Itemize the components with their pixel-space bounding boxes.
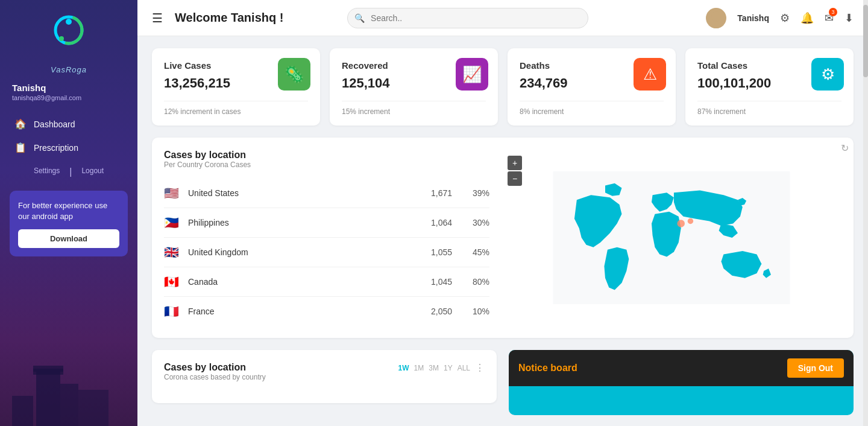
dashboard-icon: 🏠 <box>14 118 27 130</box>
flag-ca: 🇨🇦 <box>164 275 181 289</box>
sidebar: VasRoga Tanishq tanishqa89@gmail.com 🏠 D… <box>0 0 137 426</box>
page-title: Welcome Tanishq ! <box>175 11 283 25</box>
sidebar-dashboard-label: Dashboard <box>34 119 75 129</box>
app-promo-card: For better experience use our android ap… <box>10 191 128 256</box>
world-map-svg <box>502 171 841 304</box>
settings-link[interactable]: Settings <box>34 167 60 177</box>
location-row-us: 🇺🇸 United States 1,671 39% <box>164 179 489 208</box>
filter-all[interactable]: ALL <box>458 364 470 372</box>
refresh-button[interactable]: ↻ <box>841 142 849 154</box>
map-controls: + − <box>508 156 522 186</box>
recovered-sub: 15% increment <box>342 101 486 116</box>
stat-card-deaths: ⚠ Deaths 234,769 8% increment <box>508 48 676 126</box>
svg-rect-9 <box>12 396 33 426</box>
notice-title: Notice board <box>518 363 577 374</box>
menu-icon[interactable]: ☰ <box>152 11 163 25</box>
map-zoom-out[interactable]: − <box>508 171 522 186</box>
notice-board-card: Notice board Sign Out <box>509 350 854 415</box>
mail-icon[interactable]: ✉ 3 <box>825 11 834 25</box>
mail-badge: 3 <box>829 8 837 16</box>
world-map-container: + − <box>502 150 841 326</box>
search-input[interactable] <box>347 8 588 28</box>
svg-point-3 <box>59 36 64 41</box>
sidebar-prescription-label: Prescription <box>34 143 78 153</box>
country-us: United States <box>188 188 403 198</box>
header-right: Tanishq ⚙ 🔔 ✉ 3 ⬇ <box>706 8 854 28</box>
stats-grid: 🦠 Live Cases 13,256,215 12% increment in… <box>152 48 854 126</box>
country-ph: Philippines <box>188 218 403 227</box>
svg-point-14 <box>688 218 693 224</box>
prescription-icon: 📋 <box>14 142 27 153</box>
svg-rect-7 <box>60 384 78 426</box>
content-area: 🦠 Live Cases 13,256,215 12% increment in… <box>137 36 868 426</box>
country-ca: Canada <box>188 277 403 287</box>
download-icon[interactable]: ⬇ <box>844 11 854 25</box>
flag-fr: 🇫🇷 <box>164 304 181 319</box>
bottom-chart-sub: Corona cases based by country <box>164 373 266 381</box>
deaths-sub: 8% increment <box>520 101 664 116</box>
location-row-uk: 🇬🇧 United Kingdom 1,055 45% <box>164 238 489 267</box>
sidebar-logo <box>45 12 93 60</box>
stat-card-recovered: 📈 Recovered 125,104 15% increment <box>330 48 498 126</box>
notice-header: Notice board Sign Out <box>509 350 854 386</box>
bottom-chart-title: Cases by location <box>164 362 266 373</box>
count-uk: 1,055 <box>410 247 452 257</box>
bottom-chart-card: Cases by location Corona cases based by … <box>152 350 497 403</box>
stat-card-live: 🦠 Live Cases 13,256,215 12% increment in… <box>152 48 320 126</box>
filter-1m[interactable]: 1M <box>414 364 424 372</box>
sidebar-nav: 🏠 Dashboard 📋 Prescription <box>0 112 137 159</box>
pct-ph: 30% <box>459 218 489 227</box>
chart-more-icon[interactable]: ⋮ <box>475 362 485 374</box>
count-fr: 2,050 <box>410 307 452 316</box>
svg-point-2 <box>66 19 72 25</box>
pct-ca: 80% <box>459 277 489 287</box>
bottom-grid: Cases by location Corona cases based by … <box>152 350 854 415</box>
sidebar-item-dashboard[interactable]: 🏠 Dashboard <box>0 112 137 136</box>
total-cases-icon: ⚙ <box>811 58 844 91</box>
flag-uk: 🇬🇧 <box>164 245 181 259</box>
location-row-ca: 🇨🇦 Canada 1,045 80% <box>164 267 489 297</box>
map-section: Cases by location Per Country Corona Cas… <box>164 150 841 326</box>
location-row-ph: 🇵🇭 Philippines 1,064 30% <box>164 208 489 238</box>
pct-uk: 45% <box>459 247 489 257</box>
logout-link[interactable]: Logout <box>81 167 104 177</box>
filter-3m[interactable]: 3M <box>429 364 439 372</box>
scrollbar-thumb[interactable] <box>863 5 868 77</box>
count-ph: 1,064 <box>410 218 452 227</box>
flag-us: 🇺🇸 <box>164 186 181 200</box>
count-ca: 1,045 <box>410 277 452 287</box>
pct-fr: 10% <box>459 307 489 316</box>
svg-rect-8 <box>78 390 108 426</box>
live-cases-icon: 🦠 <box>278 58 310 91</box>
scrollbar-track <box>863 0 868 426</box>
map-zoom-in[interactable]: + <box>508 156 522 170</box>
stat-card-total: ⚙ Total Cases 100,101,200 87% increment <box>685 48 854 126</box>
sidebar-links: Settings | Logout <box>19 159 118 185</box>
bell-icon[interactable]: 🔔 <box>800 11 814 25</box>
count-us: 1,671 <box>410 188 452 198</box>
cases-table: Cases by location Per Country Corona Cas… <box>164 150 489 326</box>
search-icon: 🔍 <box>354 13 365 23</box>
signout-button[interactable]: Sign Out <box>787 358 844 378</box>
svg-point-10 <box>711 11 721 21</box>
svg-marker-6 <box>33 354 63 372</box>
svg-point-11 <box>708 21 724 28</box>
sidebar-brand: VasRoga <box>51 65 87 74</box>
settings-icon[interactable]: ⚙ <box>780 11 790 25</box>
svg-rect-4 <box>36 372 60 426</box>
cases-location-title: Cases by location <box>164 150 489 161</box>
building-decoration <box>0 354 137 426</box>
header: ☰ Welcome Tanishq ! 🔍 Tanishq ⚙ 🔔 ✉ 3 ⬇ <box>137 0 868 36</box>
filter-1w[interactable]: 1W <box>398 364 409 372</box>
app-promo-text: For better experience use our android ap… <box>18 200 119 222</box>
search-container: 🔍 <box>347 8 588 28</box>
cases-location-sub: Per Country Corona Cases <box>164 161 489 169</box>
filter-1y[interactable]: 1Y <box>444 364 453 372</box>
country-fr: France <box>188 307 403 316</box>
total-sub: 87% increment <box>697 101 841 116</box>
sidebar-user-email: tanishqa89@gmail.com <box>0 94 81 101</box>
sidebar-item-prescription[interactable]: 📋 Prescription <box>0 136 137 159</box>
svg-point-13 <box>677 220 685 227</box>
flag-ph: 🇵🇭 <box>164 215 181 230</box>
download-button[interactable]: Download <box>18 229 119 248</box>
